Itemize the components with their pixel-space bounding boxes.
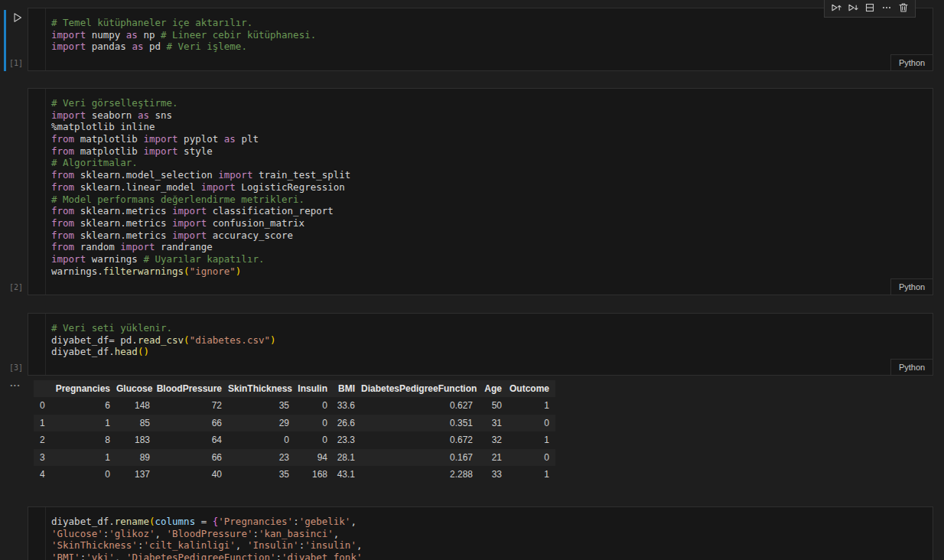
row-index: 2 <box>34 431 50 449</box>
cell-value: 0 <box>295 415 334 432</box>
column-header: SkinThickness <box>228 380 295 397</box>
execute-above-icon <box>830 2 842 16</box>
column-header: Glucose <box>116 380 156 397</box>
table-row: 11856629026.60.351310 <box>34 415 555 432</box>
cell-value: 50 <box>479 397 508 415</box>
delete-cell-button[interactable] <box>896 2 911 16</box>
cell-value: 2.288 <box>361 466 479 483</box>
table-row: 40137403516843.12.288331 <box>34 466 555 483</box>
cell-action-toolbar <box>824 0 916 18</box>
cell-value: 1 <box>50 415 116 432</box>
column-header: Insulin <box>295 380 334 397</box>
cell-value: 66 <box>156 449 228 467</box>
cell-value: 183 <box>116 431 156 449</box>
language-picker[interactable]: Python <box>890 278 933 295</box>
row-index: 4 <box>34 466 50 483</box>
cell-value: 29 <box>228 415 295 432</box>
trash-icon <box>897 2 910 16</box>
cell-value: 0 <box>295 431 334 449</box>
language-picker[interactable]: Python <box>890 359 933 375</box>
cell-value: 35 <box>228 397 295 415</box>
cell-value: 72 <box>156 397 228 415</box>
table-row: 318966239428.10.167210 <box>34 449 555 467</box>
cell-value: 94 <box>295 449 334 467</box>
column-header: DiabetesPedigreeFunction <box>361 380 479 397</box>
cell-value: 0.627 <box>361 397 479 415</box>
cell-focus-indicator <box>4 10 6 71</box>
code-area[interactable]: diyabet_df.rename(columns = {'Pregnancie… <box>51 516 929 560</box>
cell-value: 137 <box>116 466 156 483</box>
cell-value: 23.3 <box>334 431 361 449</box>
table-row: 28183640023.30.672321 <box>34 431 555 449</box>
cell-value: 33.6 <box>334 397 361 415</box>
row-index: 3 <box>34 449 50 467</box>
cell-value: 28.1 <box>334 449 361 467</box>
dataframe-table: PregnanciesGlucoseBloodPressureSkinThick… <box>34 380 555 483</box>
split-cell-button[interactable] <box>862 2 877 16</box>
cell-value: 168 <box>295 466 334 483</box>
execute-below-button[interactable] <box>845 2 861 16</box>
output-more-actions-button[interactable]: ... <box>8 376 22 390</box>
cell-value: 0 <box>295 397 334 415</box>
execution-count: [1] <box>9 59 23 67</box>
cell-value: 1 <box>508 397 555 415</box>
cell-editor[interactable]: diyabet_df.rename(columns = {'Pregnancie… <box>28 506 933 560</box>
cell-value: 148 <box>116 397 156 415</box>
cell-value: 1 <box>50 449 116 467</box>
execute-above-button[interactable] <box>828 2 844 16</box>
execution-count: [3] <box>9 363 23 372</box>
cell-value: 33 <box>479 466 508 483</box>
code-cell-1: [1] # Temel kütüphaneler içe aktarılır.i… <box>0 8 944 71</box>
row-index: 0 <box>34 397 50 415</box>
cell-value: 1 <box>508 466 555 483</box>
cell-value: 26.6 <box>334 415 361 432</box>
split-cell-icon <box>864 2 876 16</box>
column-header: Outcome <box>508 380 555 397</box>
cell-value: 66 <box>156 415 228 432</box>
cell-editor[interactable]: # Temel kütüphaneler içe aktarılır.impor… <box>28 8 933 71</box>
run-icon <box>11 11 24 26</box>
run-cell-button[interactable] <box>11 11 24 25</box>
table-row: 061487235033.60.627501 <box>34 397 555 415</box>
cell-value: 0 <box>50 466 116 483</box>
cell-value: 40 <box>156 466 228 483</box>
column-header <box>34 380 50 397</box>
cell-value: 64 <box>156 431 228 449</box>
cell-value: 0.672 <box>361 431 479 449</box>
execution-count: [2] <box>9 283 23 291</box>
column-header: Age <box>479 380 508 397</box>
cell-value: 0 <box>228 431 295 449</box>
cell-value: 6 <box>50 397 116 415</box>
code-cell-4: [4] diyabet_df.rename(columns = {'Pregna… <box>0 506 944 560</box>
cell-value: 85 <box>116 415 156 432</box>
cell-value: 0.351 <box>361 415 479 432</box>
cell-value: 0.167 <box>361 449 479 467</box>
code-area[interactable]: # Temel kütüphaneler içe aktarılır.impor… <box>51 17 929 53</box>
cell-editor[interactable]: # Veri seti yüklenir.diyabet_df= pd.read… <box>28 313 933 376</box>
more-actions-icon <box>881 2 893 16</box>
dataframe-header: PregnanciesGlucoseBloodPressureSkinThick… <box>34 380 555 397</box>
cell-value: 0 <box>508 415 555 432</box>
cell-value: 31 <box>479 415 508 432</box>
column-header: BloodPressure <box>156 380 228 397</box>
code-area[interactable]: # Veri görselleştirme.import seaborn as … <box>51 97 929 277</box>
more-actions-button[interactable] <box>879 2 894 16</box>
cell-value: 21 <box>479 449 508 467</box>
code-cell-2: [2] # Veri görselleştirme.import seaborn… <box>0 88 944 295</box>
cell-value: 0 <box>508 449 555 467</box>
column-header: BMI <box>334 380 361 397</box>
cell-value: 1 <box>508 431 555 449</box>
language-picker[interactable]: Python <box>890 54 933 70</box>
cell-output: ... PregnanciesGlucoseBloodPressureSkinT… <box>0 379 944 483</box>
execute-below-icon <box>847 2 859 16</box>
notebook-editor: [1] # Temel kütüphaneler içe aktarılır.i… <box>0 0 944 560</box>
row-index: 1 <box>34 415 50 432</box>
cell-value: 43.1 <box>334 466 361 483</box>
dataframe-body: 061487235033.60.62750111856629026.60.351… <box>34 397 555 483</box>
cell-value: 35 <box>228 466 295 483</box>
cell-editor[interactable]: # Veri görselleştirme.import seaborn as … <box>28 88 933 295</box>
cell-value: 89 <box>116 449 156 467</box>
code-area[interactable]: # Veri seti yüklenir.diyabet_df= pd.read… <box>51 322 929 358</box>
cell-value: 23 <box>228 449 295 467</box>
cell-value: 8 <box>50 431 116 449</box>
